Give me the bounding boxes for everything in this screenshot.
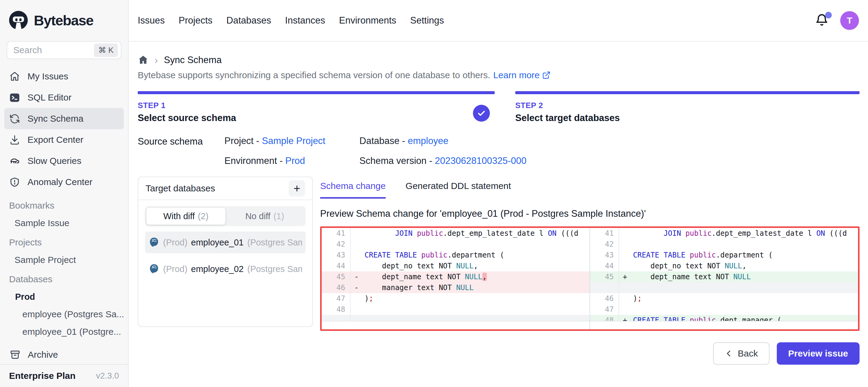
learn-more-link[interactable]: Learn more <box>493 70 550 80</box>
code-line: JOIN public.dept_emp_latest_date l ON ((… <box>365 228 590 239</box>
main-area: Issues Projects Databases Instances Envi… <box>129 0 868 387</box>
sidebar-item-label: My Issues <box>28 71 68 82</box>
source-version: Schema version - 20230628100325-000 <box>360 156 526 166</box>
sidebar-db-employee[interactable]: employee (Postgres Sa... <box>0 305 128 323</box>
top-navigation: Issues Projects Databases Instances Envi… <box>129 0 868 42</box>
nav-issues[interactable]: Issues <box>138 15 165 26</box>
brand-logo[interactable]: Bytebase <box>0 0 128 40</box>
search-input[interactable] <box>13 45 94 55</box>
sidebar-item-archive[interactable]: Archive <box>0 345 128 364</box>
plan-version: v2.3.0 <box>96 371 119 381</box>
code-line: JOIN public.dept_emp_latest_date l ON ((… <box>633 228 858 239</box>
line-number: 46 <box>322 282 351 293</box>
code-line <box>365 304 590 315</box>
nav-instances[interactable]: Instances <box>285 15 325 26</box>
section-projects: Projects <box>0 234 128 251</box>
code-line <box>633 239 858 250</box>
db-name: employee_01 <box>191 237 244 248</box>
tab-no-diff-count: (1) <box>273 211 284 221</box>
source-environment: Environment - Prod <box>224 156 360 166</box>
sidebar-item-label: Anomaly Center <box>28 177 92 187</box>
target-db-employee-02[interactable]: (Prod) employee_02 (Postgres Samp... <box>145 258 306 280</box>
code-line: ); <box>633 293 858 304</box>
sidebar-db-employee-01[interactable]: employee_01 (Postgre... <box>0 323 128 341</box>
source-schema-heading: Source schema <box>138 135 224 166</box>
tab-schema-change[interactable]: Schema change <box>320 181 386 199</box>
tab-no-diff[interactable]: No diff (1) <box>225 208 304 225</box>
sidebar-sections: Bookmarks Sample Issue Projects Sample P… <box>0 193 128 345</box>
section-databases: Databases <box>0 270 128 288</box>
nav-databases[interactable]: Databases <box>226 15 271 26</box>
sidebar-item-label: Sync Schema <box>28 114 83 124</box>
step-2[interactable]: STEP 2 Select target databases <box>515 91 860 124</box>
page-content: › Sync Schema Bytebase supports synchron… <box>129 42 868 387</box>
diff-row <box>590 282 858 293</box>
database-label: Database - <box>360 135 408 146</box>
search-shortcut-badge: ⌘ K <box>94 43 118 57</box>
sidebar-item-label: Slow Queries <box>28 156 81 166</box>
diff-row: 47); <box>322 293 590 304</box>
schema-version-link[interactable]: 20230628100325-000 <box>435 156 526 166</box>
search-box[interactable]: ⌘ K <box>7 41 121 59</box>
sidebar-item-sql-editor[interactable]: SQL Editor <box>4 87 124 108</box>
line-number <box>322 315 351 321</box>
section-bookmarks: Bookmarks <box>0 197 128 214</box>
database-link[interactable]: employee <box>408 135 448 146</box>
line-number: 42 <box>590 239 619 250</box>
project-link[interactable]: Sample Project <box>262 135 325 146</box>
plan-name: Enterprise Plan <box>9 371 75 381</box>
target-databases-panel: Target databases + With diff (2) No diff… <box>138 176 313 327</box>
horizontal-scrollbar[interactable] <box>322 321 590 329</box>
home-breadcrumb-icon[interactable] <box>138 55 149 65</box>
description-text: Bytebase supports synchronizing a specif… <box>138 70 490 80</box>
back-button[interactable]: Back <box>713 342 770 365</box>
nav-settings[interactable]: Settings <box>410 15 444 26</box>
nav-projects[interactable]: Projects <box>179 15 213 26</box>
diff-marker <box>619 239 633 250</box>
diff-marker <box>351 293 365 304</box>
avatar[interactable]: T <box>840 11 859 30</box>
project-sample-project[interactable]: Sample Project <box>0 251 128 269</box>
db-environment: (Prod) <box>163 264 188 274</box>
code-line: ); <box>365 293 590 304</box>
sidebar-item-sync-schema[interactable]: Sync Schema <box>4 108 124 129</box>
step-1-label: STEP 1 <box>138 101 473 110</box>
diff-row: 44 dept_no text NOT NULL, <box>590 260 858 271</box>
diff-marker: - <box>351 271 365 282</box>
sidebar: Bytebase ⌘ K My Issues SQL Editor Sync S… <box>0 0 129 387</box>
code-line: dept_name text NOT NULL <box>633 271 858 282</box>
line-number: 45 <box>322 271 351 282</box>
sidebar-db-employee-02[interactable]: employee_02 (Postgre <box>0 341 128 345</box>
sidebar-item-slow-queries[interactable]: Slow Queries <box>4 150 124 171</box>
step-1-title: Select source schema <box>138 112 473 124</box>
db-instance: (Postgres Sampl... <box>247 237 302 248</box>
step-1[interactable]: STEP 1 Select source schema <box>138 91 495 124</box>
sidebar-item-export-center[interactable]: Export Center <box>4 129 124 150</box>
diff-row: 42 <box>590 239 858 250</box>
target-db-employee-01[interactable]: (Prod) employee_01 (Postgres Sampl... <box>145 231 306 253</box>
bookmark-sample-issue[interactable]: Sample Issue <box>0 214 128 232</box>
line-number: 47 <box>322 293 351 304</box>
diff-row <box>322 315 590 321</box>
notifications-button[interactable] <box>815 13 830 28</box>
source-database: Database - employee <box>360 135 526 147</box>
postgres-icon <box>149 237 159 248</box>
horizontal-scrollbar[interactable] <box>590 321 858 329</box>
preview-issue-button[interactable]: Preview issue <box>777 342 860 365</box>
tab-generated-ddl[interactable]: Generated DDL statement <box>406 181 511 199</box>
add-target-database-button[interactable]: + <box>289 180 305 196</box>
tab-with-diff[interactable]: With diff (2) <box>147 208 225 225</box>
diff-row: 45+ dept_name text NOT NULL <box>590 271 858 282</box>
schema-diff-viewer[interactable]: 41 JOIN public.dept_emp_latest_date l ON… <box>320 226 860 331</box>
db-instance: (Postgres Samp... <box>247 264 302 274</box>
code-line <box>365 239 590 250</box>
diff-rows-right: 41 JOIN public.dept_emp_latest_date l ON… <box>590 228 858 321</box>
code-line: dept_name text NOT NULL, <box>365 271 590 282</box>
nav-environments[interactable]: Environments <box>339 15 397 26</box>
sidebar-item-anomaly-center[interactable]: Anomaly Center <box>4 171 124 193</box>
environment-link[interactable]: Prod <box>285 156 305 166</box>
line-number: 43 <box>322 250 351 260</box>
diff-marker <box>351 260 365 271</box>
sidebar-item-label: Export Center <box>28 135 83 145</box>
sidebar-item-my-issues[interactable]: My Issues <box>4 66 124 87</box>
